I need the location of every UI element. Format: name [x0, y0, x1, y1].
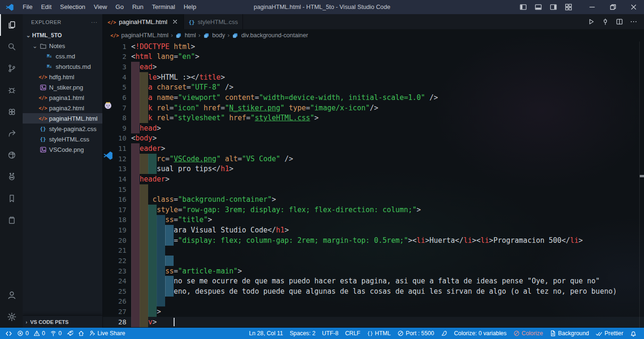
status-home[interactable] — [75, 328, 87, 339]
code-line-26[interactable]: 26 </div> — [103, 297, 644, 307]
code-line-17[interactable]: 17 <main style="row-gap: 3rem; display: … — [103, 205, 644, 215]
code-line-21[interactable]: 21 </div> — [103, 246, 644, 256]
file-item-css.md[interactable]: M↓css.md — [23, 51, 102, 61]
file-item-Notes[interactable]: ⌄Notes — [23, 41, 102, 51]
code-line-16[interactable]: 16 <div class="background-container"> — [103, 194, 644, 205]
activity-explorer[interactable] — [0, 14, 23, 36]
code-line-28[interactable]: 28 </div> — [103, 317, 644, 327]
activity-robot[interactable] — [0, 166, 23, 188]
status-encoding[interactable]: UTF-8 — [319, 328, 342, 339]
tree-root-folder[interactable]: ⌄HTML_5TO — [23, 30, 102, 41]
line-number[interactable]: 16 — [103, 196, 126, 203]
breadcrumb-body[interactable]: body — [203, 32, 226, 39]
status-remote[interactable] — [3, 328, 15, 339]
status-colorize-toggle[interactable]: Colorize — [510, 328, 546, 339]
explorer-more-actions[interactable]: ··· — [91, 19, 98, 25]
code-line-9[interactable]: 9 </head> — [103, 123, 644, 133]
status-live-server-port[interactable]: Port : 5500 — [394, 328, 437, 339]
more-actions-icon[interactable] — [630, 18, 637, 25]
plug-icon[interactable] — [602, 18, 609, 25]
file-item-paginaHTML.html[interactable]: </>paginaHTML.html — [23, 113, 102, 124]
line-number[interactable]: 8 — [103, 114, 126, 122]
code-line-27[interactable]: 27 </main> — [103, 306, 644, 317]
code-editor[interactable]: 1<!DOCTYPE html>2<html lang="en">3 <head… — [103, 41, 644, 328]
line-number[interactable]: 13 — [103, 165, 126, 173]
menu-file[interactable]: File — [18, 0, 37, 14]
activity-accounts[interactable] — [0, 284, 23, 306]
line-number[interactable]: 11 — [103, 145, 126, 152]
activity-search[interactable] — [0, 36, 23, 58]
status-warnings[interactable]: 0 — [31, 328, 48, 339]
restore-button[interactable] — [602, 0, 623, 14]
activity-source-control[interactable] — [0, 58, 23, 79]
status-language-mode[interactable]: HTML — [364, 328, 394, 339]
file-item-pagina1.html[interactable]: </>pagina1.html — [23, 92, 102, 103]
line-number[interactable]: 6 — [103, 94, 126, 101]
activity-notes[interactable] — [0, 209, 23, 231]
code-line-7[interactable]: 7 <link rel="icon" href="N_stiker.png" t… — [103, 103, 644, 113]
line-number[interactable]: 3 — [103, 63, 126, 71]
menu-terminal[interactable]: Terminal — [148, 0, 179, 14]
status-ports[interactable]: 0 — [48, 328, 64, 339]
code-line-24[interactable]: 24 <p>Bueno, no se me ocurre de que mas … — [103, 276, 644, 286]
code-line-14[interactable]: 14 </header> — [103, 174, 644, 184]
line-number[interactable]: 2 — [103, 53, 126, 60]
activity-live-share[interactable] — [0, 123, 23, 144]
layout-sidebar-left-icon[interactable] — [519, 3, 527, 11]
file-item-N_stiker.png[interactable]: N_stiker.png — [23, 82, 102, 92]
code-line-4[interactable]: 4 <title>HTML :></title> — [103, 72, 644, 83]
code-line-19[interactable]: 19 <h1>Tips para Visual Studio Code</h1> — [103, 225, 644, 235]
line-number[interactable]: 9 — [103, 124, 126, 132]
code-line-12[interactable]: 12 <img src="VSCode.png" alt="VS Code" /… — [103, 154, 644, 164]
status-live-share[interactable]: Live Share — [87, 328, 128, 339]
line-number[interactable]: 17 — [103, 206, 126, 214]
file-item-hdfg.html[interactable]: </>hdfg.html — [23, 72, 102, 82]
code-line-25[interactable]: 25 <p>Pero bueno, despues de todo puede … — [103, 286, 644, 297]
code-line-20[interactable]: 20 <div style="display: flex; column-gap… — [103, 235, 644, 246]
file-item-style-pagina2.css[interactable]: {}style-pagina2.css — [23, 124, 102, 134]
layout-grid-icon[interactable] — [565, 3, 572, 11]
status-cursor-position[interactable]: Ln 28, Col 11 — [246, 328, 286, 339]
code-line-22[interactable]: 22 — [103, 256, 644, 266]
code-line-10[interactable]: 10<body> — [103, 133, 644, 144]
status-launch[interactable] — [64, 328, 75, 339]
line-number[interactable]: 10 — [103, 134, 126, 142]
code-line-6[interactable]: 6 <meta name="viewport" content="width=d… — [103, 92, 644, 103]
status-notifications[interactable] — [627, 328, 640, 339]
line-number[interactable]: 7 — [103, 104, 126, 112]
file-item-VSCode.png[interactable]: VSCode.png — [23, 144, 102, 155]
menu-run[interactable]: Run — [128, 0, 148, 14]
status-indentation[interactable]: Spaces: 2 — [286, 328, 319, 339]
line-number[interactable]: 20 — [103, 237, 126, 244]
code-line-8[interactable]: 8 <link rel="stylesheet" href="styleHTML… — [103, 113, 644, 123]
line-number[interactable]: 19 — [103, 226, 126, 234]
line-number[interactable]: 21 — [103, 247, 126, 254]
menu-go[interactable]: Go — [111, 0, 128, 14]
run-icon[interactable] — [587, 18, 595, 25]
tab-paginaHTML.html[interactable]: </>paginaHTML.html — [103, 14, 184, 29]
close-button[interactable] — [623, 0, 644, 14]
code-line-11[interactable]: 11 <header> — [103, 143, 644, 154]
code-line-23[interactable]: 23 <div class="article-main"> — [103, 266, 644, 276]
activity-extensions[interactable] — [0, 101, 23, 123]
line-number[interactable]: 5 — [103, 83, 126, 91]
split-editor-icon[interactable] — [616, 18, 623, 25]
line-number[interactable]: 22 — [103, 257, 126, 265]
file-item-styleHTML.css[interactable]: {}styleHTML.css — [23, 134, 102, 144]
status-background-ext[interactable]: Background — [546, 328, 593, 339]
code-line-13[interactable]: 13 <h1>Visual pro tips</h1> — [103, 164, 644, 174]
line-number[interactable]: 28 — [103, 318, 126, 326]
minimize-button[interactable] — [582, 0, 602, 14]
code-line-3[interactable]: 3 <head> — [103, 62, 644, 72]
activity-run-debug[interactable] — [0, 79, 23, 101]
file-item-pagina2.html[interactable]: </>pagina2.html — [23, 103, 102, 113]
line-number[interactable]: 27 — [103, 308, 126, 315]
status-prettier[interactable]: Prettier — [592, 328, 627, 339]
line-number[interactable]: 23 — [103, 267, 126, 275]
layout-sidebar-right-icon[interactable] — [550, 3, 557, 11]
line-number[interactable]: 4 — [103, 74, 126, 81]
layout-panel-icon[interactable] — [535, 3, 542, 11]
breadcrumb-html[interactable]: html — [175, 32, 196, 39]
menu-edit[interactable]: Edit — [37, 0, 56, 14]
code-line-15[interactable]: 15 — [103, 184, 644, 195]
